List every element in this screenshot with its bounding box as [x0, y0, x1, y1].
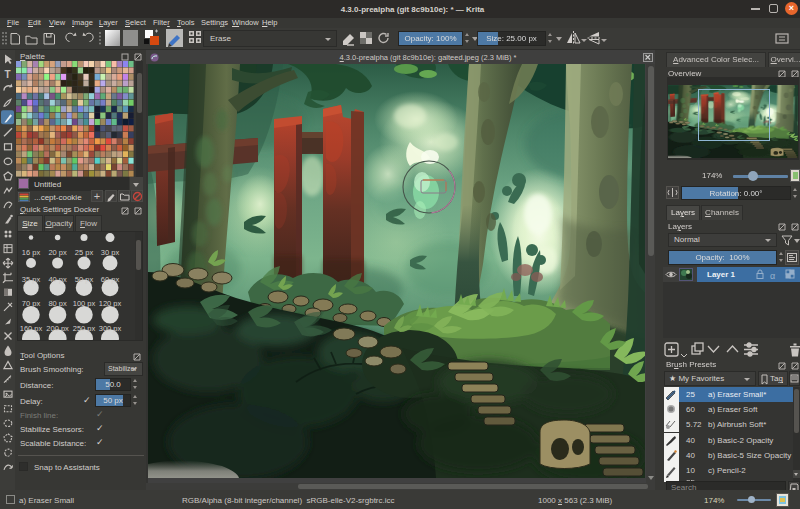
svg-text:35 px: 35 px	[22, 275, 41, 284]
svg-text:160 px: 160 px	[20, 324, 43, 333]
svg-text:200 px: 200 px	[46, 324, 69, 333]
svg-text:250 px: 250 px	[73, 324, 96, 333]
svg-text:25 px: 25 px	[75, 248, 94, 257]
svg-text:30 px: 30 px	[101, 248, 120, 257]
svg-text:120 px: 120 px	[99, 299, 122, 308]
svg-text:16 px: 16 px	[22, 248, 41, 257]
svg-text:α: α	[770, 271, 775, 281]
svg-text:50 px: 50 px	[75, 275, 94, 284]
svg-text:T: T	[4, 69, 10, 80]
svg-text:100 px: 100 px	[73, 299, 96, 308]
svg-text:70 px: 70 px	[22, 299, 41, 308]
svg-text:60 px: 60 px	[101, 275, 120, 284]
svg-text:300 px: 300 px	[99, 324, 122, 333]
svg-text:20 px: 20 px	[48, 248, 67, 257]
svg-text:40 px: 40 px	[48, 275, 67, 284]
svg-text:80 px: 80 px	[48, 299, 67, 308]
